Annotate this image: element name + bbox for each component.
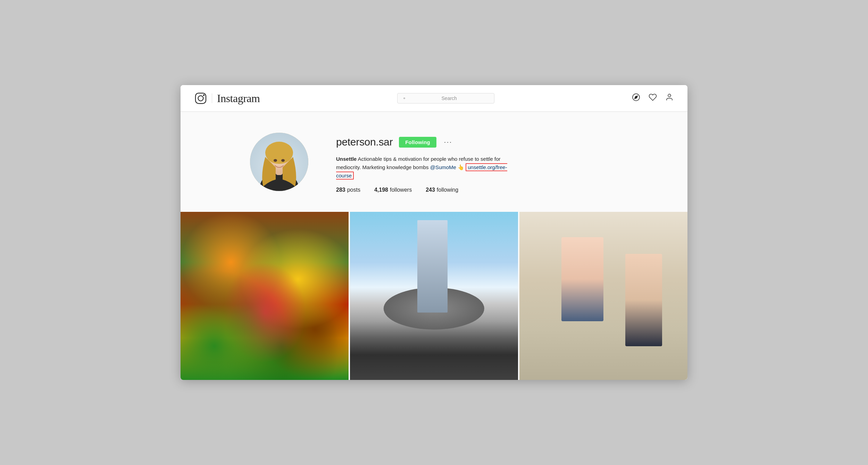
followers-label: followers [390,187,412,193]
logo-text: Instagram [217,92,260,105]
photo-item-couple[interactable] [519,212,687,380]
username: peterson.sar [336,136,393,148]
posts-label: posts [347,187,360,193]
compass-icon[interactable] [632,93,640,103]
svg-point-12 [281,159,285,162]
following-label: following [437,187,458,193]
following-count: 243 [426,187,435,193]
avatar-wrap [250,133,308,191]
stat-posts: 283 posts [336,187,360,193]
more-button[interactable]: ··· [443,139,454,146]
follow-button[interactable]: Following [399,137,436,148]
navbar: Instagram ⚬ [181,85,687,112]
photo-item-fruits[interactable] [181,212,349,380]
search-input[interactable] [409,96,489,101]
search-icon: ⚬ [402,96,406,101]
avatar [250,133,308,191]
svg-point-11 [274,159,277,162]
svg-point-5 [668,94,671,97]
photo-item-chicago[interactable] [350,212,518,380]
navbar-right [632,93,674,103]
bio-mention[interactable]: @SumoMe [430,164,456,170]
posts-count: 283 [336,187,345,193]
browser-frame: Instagram ⚬ [181,85,687,380]
svg-point-1 [198,96,203,101]
navbar-left: Instagram [194,92,260,105]
profile-name-row: peterson.sar Following ··· [336,136,646,148]
logo-divider [212,93,212,103]
svg-point-2 [203,94,205,96]
photo-grid [181,210,687,380]
bio-emoji: 👆 [456,164,464,170]
profile-icon[interactable] [665,93,674,103]
svg-marker-4 [635,96,637,99]
stat-following: 243 following [426,187,458,193]
heart-icon[interactable] [649,93,657,103]
navbar-center: ⚬ [397,93,494,103]
followers-count: 4,198 [374,187,388,193]
bio-section: Unsettle Actionable tips & motivation fo… [336,155,517,180]
search-box[interactable]: ⚬ [397,93,494,103]
profile-section: peterson.sar Following ··· Unsettle Acti… [181,112,687,210]
stat-followers: 4,198 followers [374,187,412,193]
stats-row: 283 posts 4,198 followers 243 following [336,187,646,193]
instagram-logo-icon [194,92,207,105]
bio-title: Unsettle [336,156,357,162]
profile-info: peterson.sar Following ··· Unsettle Acti… [336,133,646,193]
